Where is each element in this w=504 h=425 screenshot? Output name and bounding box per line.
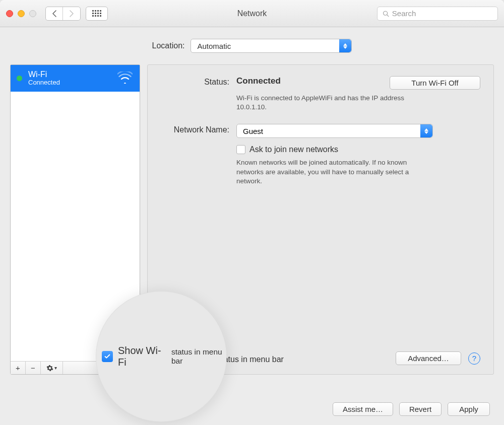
network-name-select[interactable]: Guest <box>236 124 433 138</box>
interface-options-button[interactable]: ▾ <box>41 362 63 374</box>
zoom-button[interactable] <box>29 10 36 17</box>
magnifier-content: Show Wi-Fi status in menu bar <box>102 345 233 368</box>
svg-line-1 <box>387 15 389 16</box>
network-name-value: Guest <box>243 127 263 135</box>
chevron-up-down-icon <box>339 39 351 52</box>
magnifier-label-tail: status in menu bar <box>171 347 233 366</box>
grid-icon <box>92 10 101 17</box>
revert-button[interactable]: Revert <box>399 402 442 416</box>
network-preferences-window: Network Location: Automatic <box>0 0 504 425</box>
window-controls <box>6 10 36 17</box>
ask-to-join-checkbox[interactable] <box>236 145 245 154</box>
magnifier-callout: Show Wi-Fi status in menu bar <box>96 291 227 422</box>
search-field[interactable] <box>377 7 498 21</box>
network-name-label: Network Name: <box>161 124 236 186</box>
location-select[interactable]: Automatic <box>191 39 352 53</box>
forward-button[interactable] <box>63 7 80 20</box>
remove-interface-button[interactable]: − <box>26 362 41 374</box>
back-button[interactable] <box>46 7 63 20</box>
help-button[interactable]: ? <box>468 352 480 365</box>
add-interface-button[interactable]: + <box>11 362 26 374</box>
svg-point-0 <box>384 11 388 15</box>
search-icon <box>383 10 389 17</box>
advanced-button[interactable]: Advanced… <box>396 351 461 365</box>
chevron-up-down-icon <box>420 124 432 137</box>
minimize-button[interactable] <box>18 10 25 17</box>
status-label: Status: <box>161 76 236 112</box>
dialog-footer: Assist me… Revert Apply <box>333 402 490 416</box>
chevron-down-icon: ▾ <box>54 365 57 371</box>
close-button[interactable] <box>6 10 13 17</box>
ask-to-join-description: Known networks will be joined automatica… <box>236 158 433 186</box>
content-area: Wi-Fi Connected + − <box>0 64 504 382</box>
ask-to-join-label: Ask to join new networks <box>249 145 338 154</box>
location-label: Location: <box>152 41 185 50</box>
sidebar-item-wifi[interactable]: Wi-Fi Connected <box>11 65 140 92</box>
location-value: Automatic <box>197 42 231 50</box>
magnifier-label-main: Show Wi-Fi <box>118 345 167 368</box>
show-menu-checkbox-zoom <box>102 351 113 362</box>
status-value: Connected <box>236 76 281 86</box>
toggle-wifi-button[interactable]: Turn Wi-Fi Off <box>390 76 480 90</box>
gear-icon <box>46 365 53 372</box>
sidebar-item-text: Wi-Fi Connected <box>28 70 60 87</box>
titlebar: Network <box>0 0 504 27</box>
location-row: Location: Automatic <box>0 27 504 64</box>
status-description: Wi-Fi is connected to AppleWiFi and has … <box>236 94 433 112</box>
interface-name: Wi-Fi <box>28 70 60 79</box>
wifi-icon <box>117 72 133 86</box>
interface-status: Connected <box>28 79 60 87</box>
status-dot-icon <box>17 76 22 81</box>
show-all-button[interactable] <box>86 7 108 21</box>
assist-me-button[interactable]: Assist me… <box>333 402 393 416</box>
apply-button[interactable]: Apply <box>448 402 490 416</box>
search-input[interactable] <box>392 9 492 18</box>
nav-group <box>45 7 81 21</box>
